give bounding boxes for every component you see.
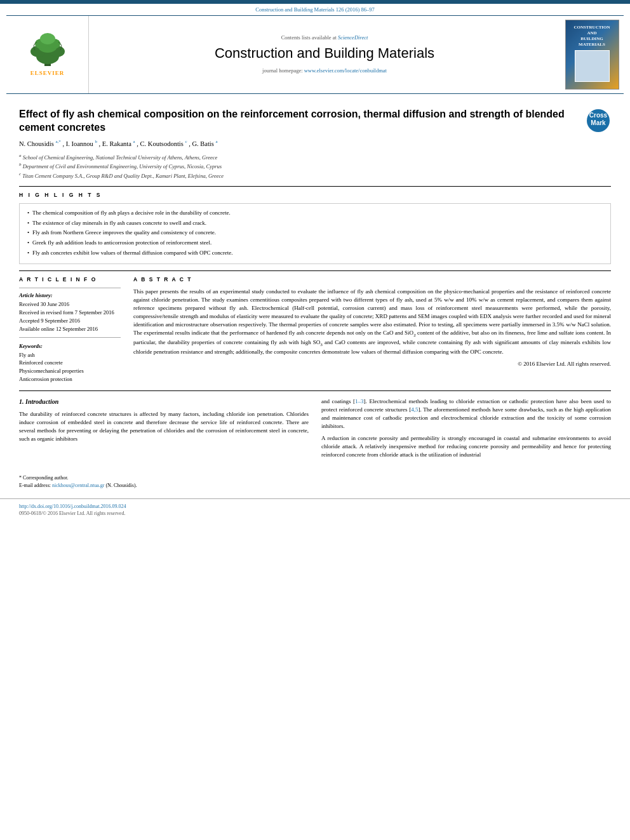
body-col-right: and coatings [1–3]. Electrochemical meth…: [321, 397, 611, 463]
ref-4-5[interactable]: 4,5: [411, 406, 418, 413]
elsevier-tree-icon: [25, 32, 70, 67]
intro-para-2: and coatings [1–3]. Electrochemical meth…: [321, 397, 611, 430]
highlight-item: The existence of clay minerals in fly as…: [27, 219, 603, 227]
highlights-label: H I G H L I G H T S: [19, 192, 611, 199]
divider-1: [19, 186, 611, 187]
highlight-item: Fly ash from Northern Greece improves th…: [27, 229, 603, 237]
section-1-heading: 1. Introduction: [19, 397, 309, 407]
body-section: 1. Introduction The durability of reinfo…: [19, 397, 611, 463]
bottom-footer: http://dx.doi.org/10.1016/j.conbuildmat.…: [0, 498, 630, 521]
crossmark-logo-icon: Cross Mark: [586, 108, 611, 133]
affiliation-b: b Department of Civil and Environmental …: [19, 161, 611, 171]
keyword-1: Fly ash: [19, 352, 121, 359]
highlights-box: The chemical composition of fly ash play…: [19, 203, 611, 264]
journal-cover: ConstructionandBuildingMATERIALS: [565, 20, 619, 90]
highlight-item: The chemical composition of fly ash play…: [27, 209, 603, 217]
elsevier-label: ELSEVIER: [30, 69, 65, 77]
abstract-label: A B S T R A C T: [133, 276, 611, 284]
main-content: Effect of fly ash chemical composition o…: [0, 94, 630, 470]
available-date: Available online 12 September 2016: [19, 326, 121, 333]
copyright-line: © 2016 Elsevier Ltd. All rights reserved…: [133, 360, 611, 368]
accepted-date: Accepted 9 September 2016: [19, 317, 121, 325]
page: Construction and Building Materials 126 …: [0, 0, 630, 840]
journal-homepage: journal homepage: www.elsevier.com/locat…: [262, 67, 387, 75]
journal-header-center: Contents lists available at ScienceDirec…: [89, 16, 560, 93]
science-direct-link[interactable]: ScienceDirect: [338, 34, 368, 41]
article-info-col: A R T I C L E I N F O Article history: R…: [19, 276, 121, 384]
email-label: E-mail address:: [19, 483, 52, 488]
divider-thin-1: [19, 288, 121, 288]
revised-date: Received in revised form 7 September 201…: [19, 309, 121, 317]
svg-point-7: [40, 33, 55, 44]
journal-homepage-link[interactable]: www.elsevier.com/locate/conbuildmat: [304, 67, 387, 74]
footer-issn: 0950-0618/© 2016 Elsevier Ltd. All right…: [19, 510, 611, 517]
history-title: Article history:: [19, 292, 121, 300]
affiliation-c: c Titan Cement Company S.A., Group R&D a…: [19, 171, 611, 180]
keywords-label: Keywords:: [19, 343, 121, 350]
article-title: Effect of fly ash chemical composition o…: [19, 108, 576, 135]
elsevier-logo-area: ELSEVIER: [6, 16, 89, 93]
svg-text:Cross: Cross: [589, 112, 608, 119]
footer-doi[interactable]: http://dx.doi.org/10.1016/j.conbuildmat.…: [19, 503, 611, 510]
doi-line: Construction and Building Materials 126 …: [0, 4, 630, 15]
affiliations: a School of Chemical Engineering, Nation…: [19, 152, 611, 180]
info-abstract-section: A R T I C L E I N F O Article history: R…: [19, 276, 611, 384]
email-person: (N. Chousidis).: [105, 483, 137, 488]
article-info-label: A R T I C L E I N F O: [19, 276, 121, 284]
elsevier-logo: ELSEVIER: [25, 32, 70, 77]
email-link[interactable]: nickhous@central.ntua.gr: [52, 483, 104, 488]
journal-cover-area: ConstructionandBuildingMATERIALS: [560, 16, 624, 93]
affiliation-a: a School of Chemical Engineering, Nation…: [19, 152, 611, 162]
keyword-4: Anticorrosion protection: [19, 376, 121, 383]
abstract-text: This paper presents the results of an ex…: [133, 288, 611, 356]
corresponding-note: * Corresponding author. E-mail address: …: [0, 474, 630, 488]
body-col-left: 1. Introduction The durability of reinfo…: [19, 397, 309, 463]
highlight-item: Greek fly ash addition leads to anticorr…: [27, 239, 603, 247]
highlight-item: Fly ash concretes exhibit low values of …: [27, 249, 603, 257]
cover-title: ConstructionandBuildingMATERIALS: [573, 25, 610, 48]
keyword-2: Reinforced concrete: [19, 359, 121, 367]
cover-image: [575, 50, 610, 82]
divider-2: [19, 270, 611, 271]
svg-text:Mark: Mark: [591, 119, 606, 126]
ref-1-3[interactable]: 1–3: [355, 398, 364, 404]
authors-line: N. Chousidis a,* , I. Ioannou b , E. Rak…: [19, 139, 611, 149]
article-title-section: Effect of fly ash chemical composition o…: [19, 108, 611, 135]
intro-para-3: A reduction in concrete porosity and per…: [321, 434, 611, 459]
corresponding-star: * Corresponding author.: [19, 475, 69, 481]
abstract-col: A B S T R A C T This paper presents the …: [133, 276, 611, 384]
science-direct-line: Contents lists available at ScienceDirec…: [281, 34, 368, 42]
received-date: Received 30 June 2016: [19, 301, 121, 309]
divider-3: [19, 390, 611, 391]
keyword-3: Physicomechanical properties: [19, 368, 121, 375]
doi-text: Construction and Building Materials 126 …: [255, 6, 374, 13]
divider-thin-2: [19, 337, 121, 338]
highlights-section: H I G H L I G H T S The chemical composi…: [19, 192, 611, 264]
journal-header: ELSEVIER Contents lists available at Sci…: [6, 15, 624, 94]
intro-para-1: The durability of reinforced concrete st…: [19, 410, 309, 443]
journal-title: Construction and Building Materials: [215, 44, 434, 63]
